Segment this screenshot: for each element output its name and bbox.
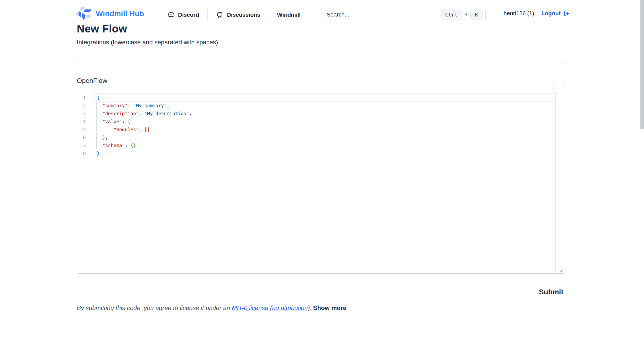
logout-button[interactable]: Logout [541,10,570,17]
line-number: 5 [77,125,86,133]
brand-name: Windmill Hub [96,10,144,18]
kbd-plus-separator: + [465,12,468,18]
kbd-k: K [470,10,483,20]
scrollbar-thumb[interactable] [640,0,644,129]
code-text: { [97,93,100,101]
line-number: 6 [77,133,86,141]
code-text: }, [97,133,108,141]
nav-item-discussions[interactable]: Discussions [216,11,260,19]
page-title: New Flow [77,23,127,35]
code-line[interactable]: 2 "summary": "My summary", [77,101,564,109]
nav-divider [269,9,269,21]
license-note: By submitting this code, you agree to li… [77,304,346,312]
code-line[interactable]: 7 "schema": {} [77,141,564,149]
nav-label: Discussions [227,12,260,18]
nav-label: Discord [178,12,199,18]
openflow-label: OpenFlow [77,77,107,85]
code-line[interactable]: 1{ [77,93,564,101]
line-number: 4 [77,117,86,125]
code-line[interactable]: 5 "modules": [] [77,125,564,133]
search-box[interactable]: Ctrl + K [321,7,486,22]
nav-divider [207,9,208,21]
code-text: } [97,149,100,157]
search-input[interactable] [326,11,440,18]
code-line[interactable]: 6 }, [77,133,564,141]
user-area: henri186 (1) Logout [504,10,570,17]
code-text: "value": { [97,117,130,125]
code-line[interactable]: 4 "value": { [77,117,564,125]
license-text: By submitting this code, you agree to li… [77,304,232,311]
nav-item-windmill[interactable]: Windmill [277,12,301,18]
code-line[interactable]: 3 "description": "My description", [77,109,564,117]
line-number: 7 [77,141,86,149]
code-rows: 1{2 "summary": "My summary",3 "descripti… [77,93,564,157]
mit0-license-link[interactable]: MIT-0 license (no attribution) [232,304,310,311]
nav-label: Windmill [277,12,301,18]
openflow-toggle[interactable] [552,83,564,89]
show-more-link[interactable]: Show more [313,304,346,311]
openflow-code-editor[interactable]: 1{2 "summary": "My summary",3 "descripti… [77,91,564,274]
github-discussions-icon [216,11,224,19]
license-suffix: . [310,304,312,311]
code-text: "schema": {} [97,141,136,149]
kbd-ctrl: Ctrl [440,10,462,20]
line-number: 2 [77,101,86,109]
submit-button[interactable]: Submit [539,288,563,296]
code-text: "description": "My description", [97,109,192,117]
discord-icon [167,11,175,19]
username: henri186 (1) [504,10,534,17]
integrations-input[interactable] [77,50,564,64]
nav-item-discord[interactable]: Discord [167,11,199,19]
line-number: 1 [77,93,86,101]
code-text: "summary": "My summary", [97,101,170,109]
windmill-logo-icon [76,6,92,21]
integrations-label: Integrations (lowercase and separated wi… [77,39,218,46]
resize-grip-icon[interactable] [558,268,563,272]
page-scrollbar[interactable] [640,0,644,350]
logout-label: Logout [541,10,561,17]
line-number: 8 [77,149,86,157]
brand-home-link[interactable]: Windmill Hub [76,6,144,21]
logout-icon [563,10,570,17]
code-text: "modules": [] [97,125,150,133]
main-nav: Discord Discussions Windmill [167,9,301,21]
code-line[interactable]: 8} [77,149,564,157]
line-number: 3 [77,109,86,117]
